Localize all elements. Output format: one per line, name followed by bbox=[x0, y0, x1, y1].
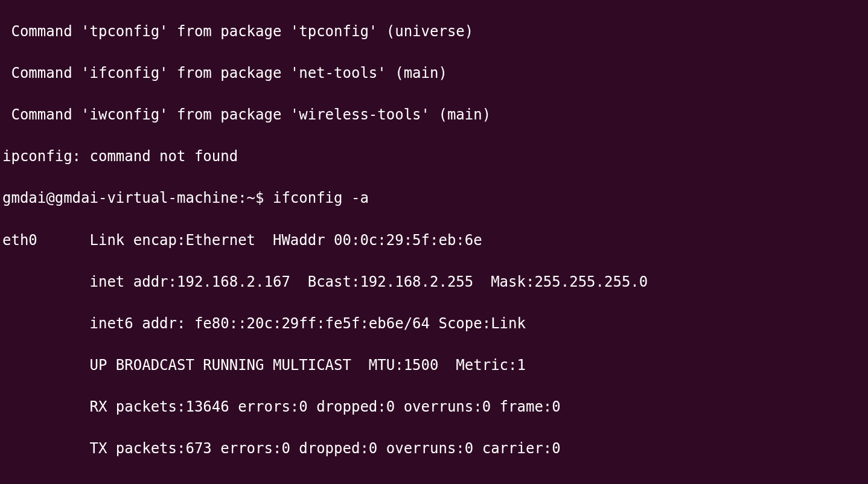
terminal-output[interactable]: Command 'tpconfig' from package 'tpconfi… bbox=[0, 0, 868, 484]
ifconfig-eth0-line: inet6 addr: fe80::20c:29ff:fe5f:eb6e/64 … bbox=[2, 313, 866, 334]
error-line: ipconfig: command not found bbox=[2, 146, 866, 167]
prompt-line[interactable]: gmdai@gmdai-virtual-machine:~$ ifconfig … bbox=[2, 188, 866, 209]
ifconfig-eth0-line: eth0 Link encap:Ethernet HWaddr 00:0c:29… bbox=[2, 230, 866, 251]
ifconfig-eth0-line: UP BROADCAST RUNNING MULTICAST MTU:1500 … bbox=[2, 355, 866, 376]
suggestion-line: Command 'iwconfig' from package 'wireles… bbox=[2, 104, 866, 126]
ifconfig-eth0-line: TX packets:673 errors:0 dropped:0 overru… bbox=[2, 438, 866, 459]
ifconfig-eth0-line: inet addr:192.168.2.167 Bcast:192.168.2.… bbox=[2, 272, 866, 293]
suggestion-line: Command 'tpconfig' from package 'tpconfi… bbox=[2, 21, 866, 42]
suggestion-line: Command 'ifconfig' from package 'net-too… bbox=[2, 63, 866, 84]
ifconfig-eth0-line: RX packets:13646 errors:0 dropped:0 over… bbox=[2, 396, 866, 418]
ifconfig-eth0-line: collisions:0 txqueuelen:1000 bbox=[2, 480, 866, 484]
